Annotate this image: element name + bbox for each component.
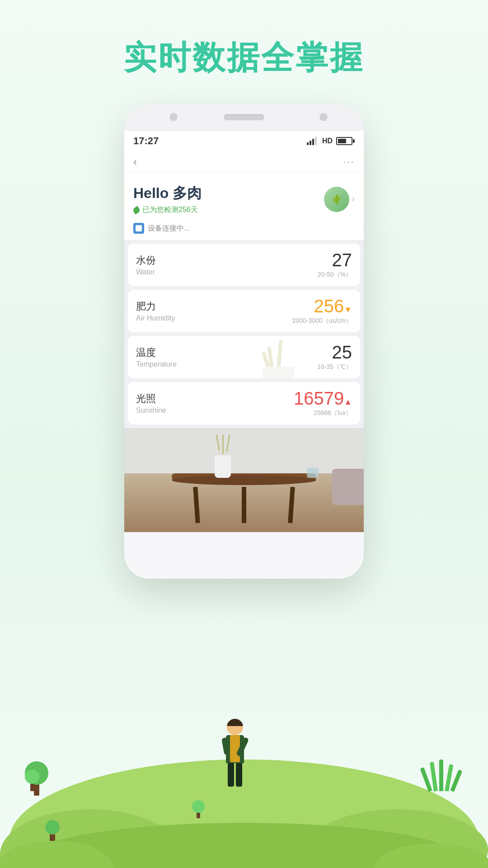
sofa-decoration [332, 469, 364, 505]
card-value-right: 27 20-50（%） [318, 251, 352, 279]
temp-value-right: 25 10-35（℃） [317, 343, 352, 371]
device-icon [133, 223, 144, 234]
sunshine-value-right: 16579▲ 25666（lux） [294, 389, 352, 417]
trend-up-icon: ▲ [344, 397, 352, 406]
water-card[interactable]: 水份 Water 27 20-50（%） [128, 244, 360, 286]
fertilizer-name-en: Air Humidity [136, 314, 175, 322]
days-badge: 已为您检测256天 [133, 205, 324, 215]
water-name-zh: 水份 [136, 254, 156, 267]
room-photo [124, 428, 364, 532]
battery-icon [336, 137, 355, 145]
app-content: Hello 多肉 已为您检测256天 🌵 › [124, 173, 364, 240]
back-button[interactable]: ‹ [133, 156, 137, 168]
hello-greeting: Hello 多肉 [133, 184, 324, 203]
phone-speaker [224, 114, 264, 120]
hello-text: Hello [133, 185, 173, 201]
avatar-container[interactable]: 🌵 › [324, 187, 355, 212]
page-title: 实时数据全掌握 [0, 0, 488, 80]
grass-plant-right [428, 760, 454, 791]
temperature-card[interactable]: 温度 Temperature 25 10-35（℃） [128, 336, 360, 378]
card-decoration [256, 336, 310, 378]
temp-range: 10-35（℃） [317, 363, 352, 371]
bottom-scene [0, 687, 488, 868]
sunshine-name-en: Sunshine [136, 406, 166, 415]
sunshine-range: 25666（lux） [294, 409, 352, 417]
tree-2 [25, 768, 39, 791]
ground-svg [0, 687, 488, 868]
phone-sensor [169, 113, 178, 121]
temp-name-zh: 温度 [136, 346, 177, 359]
days-text: 已为您检测256天 [142, 205, 198, 215]
person-figure [226, 719, 244, 787]
status-time: 17:27 [133, 135, 159, 147]
sunshine-name-zh: 光照 [136, 392, 166, 406]
status-icons: HD [307, 137, 355, 145]
leaf-icon [132, 206, 141, 214]
plant-avatar: 🌵 [324, 187, 349, 212]
trend-down-icon: ▼ [344, 305, 352, 314]
water-value: 27 [318, 251, 352, 269]
card-label-left: 水份 Water [136, 254, 156, 276]
fertilizer-value-right: 256▼ 2000-3000（us/cm） [292, 297, 352, 325]
fertilizer-name-zh: 肥力 [136, 300, 175, 313]
nav-bar: ‹ ··· [124, 151, 364, 173]
sunshine-value: 16579▲ [294, 389, 352, 407]
phone-top-bar [124, 104, 364, 131]
header-section: Hello 多肉 已为您检测256天 🌵 › [133, 180, 355, 218]
temp-label-left: 温度 Temperature [136, 346, 177, 368]
tree-middle [192, 798, 205, 818]
avatar-arrow-icon: › [352, 194, 355, 204]
water-range: 20-50（%） [318, 271, 352, 279]
phone-screen: 17:27 HD ‹ · [124, 131, 364, 579]
page-background: 实时数据全掌握 17:27 HD [0, 0, 488, 868]
signal-icon [307, 137, 317, 145]
sunshine-label-left: 光照 Sunshine [136, 392, 166, 415]
device-status: 设备连接中... [133, 218, 355, 240]
fertilizer-value: 256▼ [292, 297, 352, 315]
hd-badge: HD [322, 137, 333, 145]
data-cards-container: 水份 Water 27 20-50（%） 肥力 Air Humidity [124, 240, 364, 428]
temp-value: 25 [317, 343, 352, 361]
header-left: Hello 多肉 已为您检测256天 [133, 184, 324, 215]
temp-name-en: Temperature [136, 360, 177, 368]
cup-decoration [307, 468, 319, 478]
device-text: 设备连接中... [148, 224, 190, 233]
fertilizer-label-left: 肥力 Air Humidity [136, 300, 175, 322]
more-menu-button[interactable]: ··· [343, 156, 355, 167]
water-name-en: Water [136, 268, 156, 276]
phone-front-camera [319, 113, 328, 121]
phone-mockup: 17:27 HD ‹ · [124, 104, 364, 579]
sunshine-card[interactable]: 光照 Sunshine 16579▲ 25666（lux） [128, 382, 360, 425]
vase-decoration [215, 434, 231, 478]
fertilizer-card[interactable]: 肥力 Air Humidity 256▼ 2000-3000（us/cm） [128, 290, 360, 332]
tree-bottom-left [45, 818, 60, 841]
plant-name: 多肉 [173, 185, 202, 201]
status-bar: 17:27 HD [124, 131, 364, 151]
fertilizer-range: 2000-3000（us/cm） [292, 317, 352, 325]
